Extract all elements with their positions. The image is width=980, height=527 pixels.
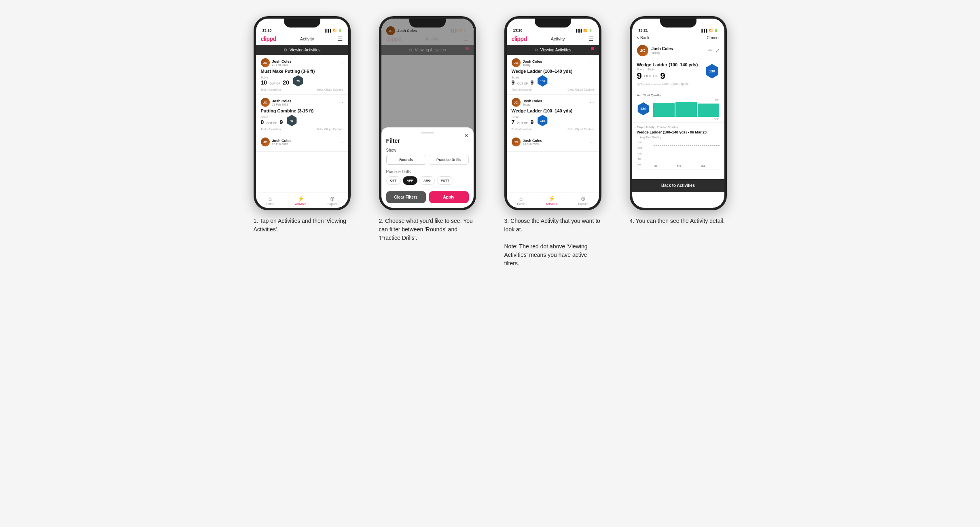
user-name-3-1: Josh Coles <box>523 59 542 63</box>
activity-title-3-2: Wedge Ladder (100–140 yds) <box>512 108 594 113</box>
expand-icon-4[interactable]: ⤢ <box>715 48 720 53</box>
cancel-button-4[interactable]: Cancel <box>707 36 719 40</box>
shot-quality-badge-3-2: 118 <box>537 115 548 126</box>
edit-icon-4[interactable]: ✏ <box>708 48 712 53</box>
user-date-3-3: 28 Feb 2023 <box>523 143 542 146</box>
filter-chip-arg-2[interactable]: ARG <box>419 176 435 185</box>
battery-icon-4: 🔋 <box>714 29 718 32</box>
viewing-activities-bar-3[interactable]: ⚙ Viewing Activities <box>507 45 599 55</box>
player-activity-label-4: Player Activity · Practice Session <box>637 126 678 129</box>
avg-shot-chart-label-4: ··· Avg Shot Quality <box>637 136 661 139</box>
nav-home-label-1: Home <box>267 203 274 205</box>
wifi-icon-3: 📶 <box>583 29 587 32</box>
viewing-activities-bar-1[interactable]: ⚙ Viewing Activities <box>256 45 348 55</box>
user-name-3-3: Josh Coles <box>523 139 542 143</box>
activities-icon-1: ⚡ <box>297 195 304 202</box>
session-title-4: Wedge Ladder (100–140 yds) - 06 Mar 23 <box>637 130 707 134</box>
stats-row-1-2: Score 0 OUT OF 9 45 <box>261 115 343 126</box>
more-dots-3-1[interactable]: ··· <box>590 60 594 66</box>
shot-quality-badge-3-1: 130 <box>537 75 548 87</box>
user-info-3-3: Josh Coles 28 Feb 2023 <box>523 139 542 146</box>
nav-home-3[interactable]: ⌂ Home <box>517 195 525 205</box>
avatar-1-1: JC <box>261 58 270 67</box>
user-name-1-1: Josh Coles <box>272 59 292 63</box>
status-icons-4: ▐▐▐ 📶 🔋 <box>700 29 718 32</box>
detail-activity-title-4: Wedge Ladder (100–140 yds) <box>637 62 698 67</box>
filter-drills-label-2: Practice Drills <box>386 169 469 174</box>
filter-chip-app-2[interactable]: APP <box>403 176 417 185</box>
score-block-1-1: Score 10 OUT OF 20 <box>261 76 289 86</box>
screenshots-row: 13:20 ▐▐▐ 📶 🔋 clippd Activity ☰ ⚙ Vi <box>246 16 735 268</box>
filter-show-label-2: Show <box>386 148 469 152</box>
activity-card-3-3[interactable]: JC Josh Coles 28 Feb 2023 ··· <box>507 134 599 152</box>
filter-rounds-button-2[interactable]: Rounds <box>386 155 426 165</box>
detail-score-section-4: Wedge Ladder (100–140 yds) Score Shots 9… <box>632 59 724 90</box>
phone-screen-3: 13:20 ▐▐▐ 📶 🔋 clippd Activity ☰ ⚙ Vi <box>507 19 599 208</box>
activity-card-3-1[interactable]: JC Josh Coles Today ··· Wedge Ladder (10… <box>507 55 599 95</box>
home-icon-3: ⌂ <box>519 195 523 202</box>
app-title-3: Activity <box>551 36 565 41</box>
signal-icon-4: ▐▐▐ <box>700 29 707 32</box>
caption-2: 2. Choose what you'd like to see. You ca… <box>379 217 476 242</box>
nav-activities-1[interactable]: ⚡ Activities <box>295 195 307 205</box>
nav-capture-3[interactable]: ⊕ Capture <box>578 195 588 205</box>
phone-section-1: 13:20 ▐▐▐ 📶 🔋 clippd Activity ☰ ⚙ Vi <box>246 16 359 234</box>
activity-card-3-2[interactable]: JC Josh Coles Today ··· Wedge Ladder (10… <box>507 95 599 134</box>
more-dots-1-1[interactable]: ··· <box>339 60 343 66</box>
filter-actions-2: Clear Filters Apply <box>386 191 469 203</box>
user-info-1-2: Josh Coles 28 Feb 2023 <box>272 99 292 106</box>
status-icons-3: ▐▐▐ 📶 🔋 <box>575 29 592 32</box>
detail-user-date-4: Today <box>652 51 673 55</box>
activity-title-1-2: Putting Combine (3-15 ft) <box>261 108 343 113</box>
signal-icon-3: ▐▐▐ <box>575 29 582 32</box>
activity-cards-1: JC Josh Coles 28 Feb 2023 ··· Must Make … <box>256 55 348 152</box>
filter-chip-ott-2[interactable]: OTT <box>386 176 401 185</box>
more-dots-3-3[interactable]: ··· <box>590 139 594 145</box>
activity-card-1-1[interactable]: JC Josh Coles 28 Feb 2023 ··· Must Make … <box>256 55 348 95</box>
stats-row-3-1: Score 9 OUT OF 9 130 <box>512 75 594 87</box>
card-header-3-2: JC Josh Coles Today ··· <box>512 98 594 107</box>
info-row-3-2: Test Information Data: Clippd Capture <box>512 128 594 131</box>
detail-user-name-4: Josh Coles <box>652 47 673 51</box>
filter-chip-putt-2[interactable]: PUTT <box>437 176 453 185</box>
bottom-nav-3: ⌂ Home ⚡ Activities ⊕ Capture <box>507 193 599 208</box>
nav-home-1[interactable]: ⌂ Home <box>267 195 274 205</box>
nav-activities-3[interactable]: ⚡ Activities <box>546 195 557 205</box>
phone-screen-1: 13:20 ▐▐▐ 📶 🔋 clippd Activity ☰ ⚙ Vi <box>256 19 348 208</box>
card-header-3-3: JC Josh Coles 28 Feb 2023 ··· <box>512 138 594 146</box>
phone-frame-4: 13:21 ▐▐▐ 📶 🔋 < Back Cancel JC <box>630 16 727 210</box>
home-icon-1: ⌂ <box>269 195 272 202</box>
more-dots-1-3[interactable]: ··· <box>339 139 343 145</box>
status-icons-1: ▐▐▐ 📶 🔋 <box>324 29 341 32</box>
clear-filters-button-2[interactable]: Clear Filters <box>386 191 426 203</box>
detail-score-row-4: 9 OUT OF 9 <box>637 71 698 81</box>
activity-card-1-3[interactable]: JC Josh Coles 28 Feb 2023 ··· <box>256 134 348 152</box>
filter-title-2: Filter <box>386 138 469 144</box>
caption-1: 1. Tap on Activities and then 'Viewing A… <box>254 217 351 234</box>
score-block-3-1: Score 9 OUT OF 9 <box>512 76 534 86</box>
menu-icon-1[interactable]: ☰ <box>338 36 343 42</box>
more-dots-3-2[interactable]: ··· <box>590 99 594 105</box>
filter-close-button-2[interactable]: ✕ <box>464 132 469 139</box>
menu-icon-3[interactable]: ☰ <box>588 36 594 42</box>
nav-capture-1[interactable]: ⊕ Capture <box>327 195 337 205</box>
user-info-3-2: Josh Coles Today <box>523 99 542 106</box>
filter-drills-button-2[interactable]: Practice Drills <box>429 155 469 165</box>
user-info-3-1: Josh Coles Today <box>523 59 542 66</box>
avatar-3-2: JC <box>512 98 521 107</box>
apply-button-2[interactable]: Apply <box>429 191 469 203</box>
nav-activities-label-1: Activities <box>295 203 307 205</box>
stats-row-1-1: Score 10 OUT OF 20 75 <box>261 75 343 87</box>
back-to-activities-button-4[interactable]: Back to Activities <box>632 179 724 192</box>
activity-card-1-2[interactable]: JC Josh Coles 28 Feb 2023 ··· Putting Co… <box>256 95 348 134</box>
viewing-activities-label-3: Viewing Activities <box>540 48 571 52</box>
back-button-4[interactable]: < Back <box>637 36 650 40</box>
caption-4: 4. You can then see the Activity detail. <box>630 217 727 225</box>
more-dots-1-2[interactable]: ··· <box>339 99 343 105</box>
avatar-3-1: JC <box>512 58 521 67</box>
user-name-1-2: Josh Coles <box>272 99 292 103</box>
user-date-1-1: 28 Feb 2023 <box>272 63 292 66</box>
card-header-1-1: JC Josh Coles 28 Feb 2023 ··· <box>261 58 343 67</box>
score-block-3-2: Score 7 OUT OF 9 <box>512 116 534 126</box>
status-time-1: 13:20 <box>262 28 272 32</box>
